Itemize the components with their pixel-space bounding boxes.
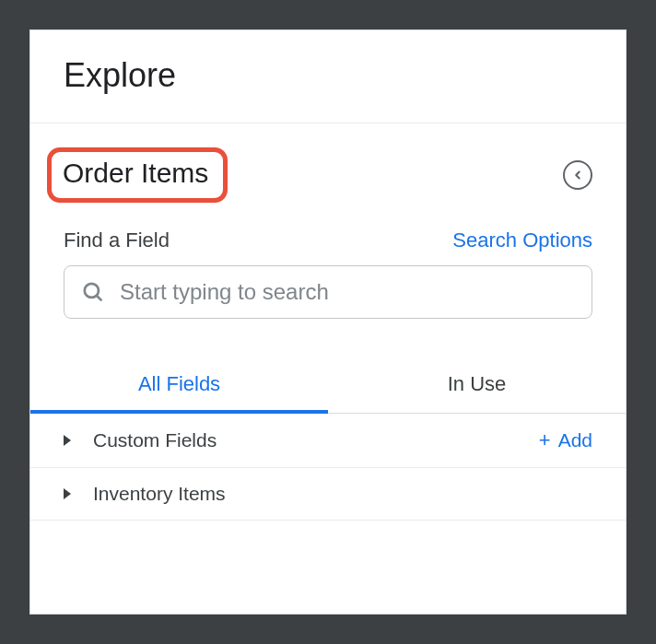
add-label: Add xyxy=(558,429,592,451)
field-row-custom-fields[interactable]: Custom Fields + Add xyxy=(30,414,626,468)
panel-title: Explore xyxy=(64,56,592,95)
chevron-left-icon xyxy=(571,169,584,181)
tab-all-fields[interactable]: All Fields xyxy=(30,356,328,413)
tabs-row: All Fields In Use xyxy=(30,356,626,414)
section-subheader: Order Items Find a Field Search Options xyxy=(30,123,626,319)
field-label: Custom Fields xyxy=(93,429,539,451)
explore-panel: Explore Order Items Find a Field Search … xyxy=(29,29,627,615)
search-labels-row: Find a Field Search Options xyxy=(56,228,600,265)
field-row-inventory-items[interactable]: Inventory Items xyxy=(30,468,626,521)
find-field-label: Find a Field xyxy=(64,228,170,252)
plus-icon: + xyxy=(539,428,551,452)
caret-right-icon xyxy=(64,488,71,499)
search-input[interactable] xyxy=(120,279,575,305)
field-label: Inventory Items xyxy=(93,483,592,505)
caret-right-icon xyxy=(64,435,71,446)
field-list: Custom Fields + Add Inventory Items xyxy=(30,414,626,614)
search-box[interactable] xyxy=(64,265,592,319)
collapse-button[interactable] xyxy=(563,160,592,190)
search-icon xyxy=(81,280,105,304)
section-title-row: Order Items xyxy=(56,147,600,203)
panel-header: Explore xyxy=(30,30,626,123)
highlight-box: Order Items xyxy=(47,147,228,203)
search-options-link[interactable]: Search Options xyxy=(452,228,592,252)
svg-line-1 xyxy=(97,296,101,300)
tab-in-use[interactable]: In Use xyxy=(328,356,626,413)
add-button[interactable]: + Add xyxy=(539,428,592,452)
section-title: Order Items xyxy=(63,158,208,189)
